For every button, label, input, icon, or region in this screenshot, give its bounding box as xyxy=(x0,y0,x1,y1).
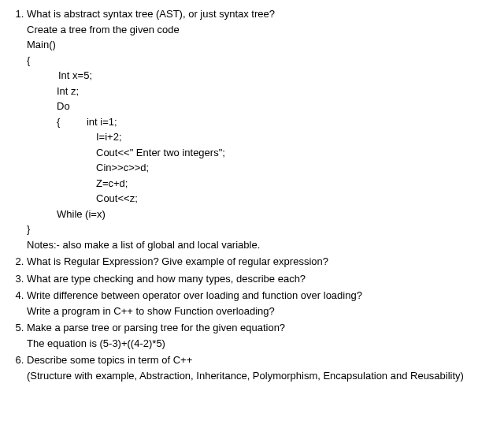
code-line: } xyxy=(27,222,495,237)
q1-notes: Notes:- also make a list of global and l… xyxy=(27,237,495,253)
question-4: Write difference between operator over l… xyxy=(27,288,495,318)
code-line: Do xyxy=(27,99,495,114)
code-line: { xyxy=(27,53,495,69)
q5-sub1: The equation is (5-3)+((4-2)*5) xyxy=(27,336,495,352)
question-2: What is Regular Expression? Give example… xyxy=(27,254,495,270)
code-line: Z=c+d; xyxy=(27,176,495,192)
code-line: I=i+2; xyxy=(27,129,495,145)
question-3: What are type checking and how many type… xyxy=(27,271,495,287)
code-line: While (i=x) xyxy=(27,207,495,222)
question-6: Describe some topics in term of C++ (Str… xyxy=(27,352,495,383)
code-line: Cin>>c>>d; xyxy=(27,160,495,176)
q5-text: Make a parse tree or parsing tree for th… xyxy=(27,322,285,333)
code-line-brace: { int i=1; xyxy=(27,114,495,130)
code-line: Int x=5; xyxy=(27,68,495,84)
question-1: What is abstract syntax tree (AST), or j… xyxy=(27,6,495,252)
code-line: Cout<<z; xyxy=(27,191,495,207)
code-line: Main() xyxy=(27,37,495,53)
question-5: Make a parse tree or parsing tree for th… xyxy=(27,320,495,351)
brace-open: { xyxy=(57,116,60,128)
code-inline: int i=1; xyxy=(63,116,117,128)
q4-sub1: Write a program in C++ to show Function … xyxy=(27,304,495,319)
code-line: Int z; xyxy=(27,84,495,99)
q2-text: What is Regular Expression? Give example… xyxy=(27,255,328,267)
q6-text: Describe some topics in term of C++ xyxy=(27,354,192,366)
q1-text: What is abstract syntax tree (AST), or j… xyxy=(27,8,275,20)
code-line: Cout<<" Enter two integers"; xyxy=(27,145,495,161)
q1-sub1: Create a tree from the given code xyxy=(27,22,495,38)
question-list: What is abstract syntax tree (AST), or j… xyxy=(9,6,495,383)
q6-sub1: (Structure with example, Abstraction, In… xyxy=(27,368,495,384)
q3-text: What are type checking and how many type… xyxy=(27,273,306,285)
q4-text: Write difference between operator over l… xyxy=(27,289,362,301)
document-page: What is abstract syntax tree (AST), or j… xyxy=(0,0,504,447)
